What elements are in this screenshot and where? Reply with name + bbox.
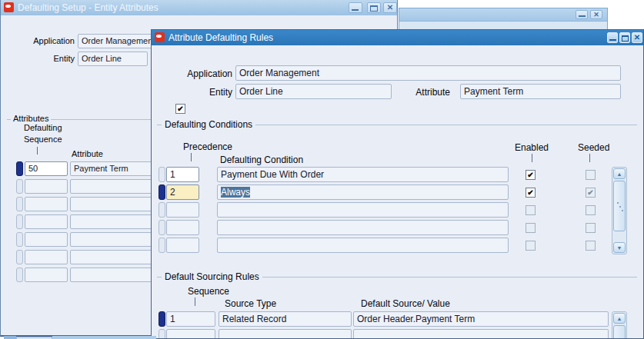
defaulting-condition-field[interactable] [217, 202, 509, 218]
sequence-header-line1: Defaulting [24, 123, 62, 132]
maximize-button[interactable] [619, 32, 630, 43]
enabled-checkbox[interactable] [526, 205, 536, 215]
titlebar-attribute-defaulting-rules[interactable]: Attribute Defaulting Rules ✕ [152, 30, 643, 45]
scroll-down-button[interactable]: ▼ [613, 242, 626, 253]
seeded-checkbox[interactable] [586, 241, 596, 251]
entity-field[interactable]: Order Line [78, 52, 148, 66]
oracle-logo-icon [4, 2, 14, 12]
seeded-header-tick [589, 154, 590, 162]
record-indicator[interactable] [158, 220, 165, 235]
defaulting-sequence-field[interactable] [25, 214, 68, 229]
defaulting-sequence-field[interactable] [25, 179, 68, 194]
sequence-field[interactable] [166, 329, 215, 339]
attribute-field[interactable] [70, 268, 158, 282]
defaulting-condition-field[interactable] [217, 238, 509, 253]
defaulting-condition-field[interactable] [217, 220, 509, 235]
close-icon: ✕ [634, 33, 640, 42]
attribute-field[interactable] [70, 214, 158, 229]
titlebar-defaulting-setup[interactable]: Defaulting Setup - Entity Attributes ✕ [1, 0, 397, 15]
scroll-up-button[interactable]: ▲ [613, 313, 626, 324]
precedence-field[interactable] [166, 202, 199, 218]
minimize-icon [352, 9, 359, 11]
oracle-logo-icon [155, 32, 165, 42]
minimize-button[interactable] [349, 2, 362, 13]
record-indicator[interactable] [158, 202, 165, 218]
attribute-field[interactable]: Payment Term [460, 84, 621, 99]
titlebar-background-window[interactable]: ✕ [399, 8, 607, 22]
precedence-field[interactable]: 2 [166, 184, 199, 200]
precedence-field[interactable] [166, 238, 199, 253]
record-indicator[interactable] [158, 167, 165, 182]
record-indicator[interactable] [16, 268, 23, 282]
enabled-checkbox[interactable]: ✔ [526, 170, 536, 180]
record-indicator[interactable] [16, 232, 23, 247]
close-button[interactable]: ✕ [383, 2, 397, 13]
record-indicator[interactable] [158, 238, 165, 253]
defaulting-sequence-field[interactable] [25, 232, 68, 247]
context-checkbox[interactable]: ✔ [175, 104, 185, 114]
scrollbar-thumb[interactable] [613, 181, 626, 231]
scroll-down-icon: ▼ [617, 245, 622, 251]
minimize-button[interactable] [576, 10, 588, 19]
default-source-value-field[interactable] [353, 329, 609, 339]
entity-field[interactable]: Order Line [235, 84, 392, 99]
attribute-field[interactable] [70, 179, 158, 194]
source-type-field[interactable]: Related Record [219, 311, 352, 327]
thumb-grip-icon [619, 206, 621, 208]
scroll-up-button[interactable]: ▲ [613, 168, 626, 179]
selected-text: Always [221, 187, 250, 198]
enabled-checkbox[interactable] [526, 241, 536, 251]
precedence-header: Precedence [183, 141, 232, 152]
seeded-checkbox[interactable] [586, 223, 596, 233]
application-field[interactable]: Order Management [235, 65, 621, 81]
defaulting-condition-field[interactable]: Always [217, 184, 509, 200]
maximize-button[interactable] [367, 2, 381, 13]
precedence-field[interactable]: 1 [166, 167, 199, 182]
seeded-checkbox[interactable]: ✔ [586, 188, 596, 198]
source-type-header: Source Type [225, 298, 276, 309]
source-type-field[interactable] [219, 329, 352, 339]
enabled-checkbox[interactable]: ✔ [526, 188, 536, 198]
close-button[interactable]: ✕ [590, 10, 602, 19]
record-indicator[interactable] [16, 179, 23, 194]
conditions-scrollbar[interactable]: ▲ ▼ [612, 167, 627, 254]
sourcing-scrollbar[interactable]: ▲ [612, 311, 627, 339]
default-source-value-field[interactable]: Order Header.Payment Term [353, 311, 609, 327]
attribute-field[interactable] [70, 232, 158, 247]
record-indicator[interactable] [158, 329, 165, 339]
maximize-icon [622, 35, 629, 42]
scroll-up-icon: ▲ [617, 171, 622, 177]
attribute-label: Attribute [404, 87, 450, 98]
minimize-icon [579, 15, 586, 17]
entity-label: Entity [5, 54, 75, 63]
dialog-title: Attribute Defaulting Rules [169, 32, 273, 43]
sequence-field[interactable]: 1 [166, 311, 215, 327]
defaulting-sequence-field[interactable] [25, 250, 68, 264]
defaulting-sequence-field[interactable]: 50 [25, 161, 68, 176]
close-button[interactable]: ✕ [632, 32, 642, 43]
defaulting-condition-field[interactable]: Payment Due With Order [217, 167, 509, 182]
minimize-button[interactable] [607, 32, 618, 43]
attribute-field[interactable] [70, 250, 158, 264]
record-indicator[interactable] [158, 311, 165, 327]
default-sourcing-rules-group-title: Default Sourcing Rules [162, 271, 262, 282]
defaulting-sequence-field[interactable] [25, 197, 68, 211]
attribute-field[interactable]: Payment Term [70, 161, 158, 176]
close-icon: ✕ [593, 11, 599, 18]
record-indicator[interactable] [16, 250, 23, 264]
record-indicator[interactable] [16, 214, 23, 229]
sequence-header: Sequence [188, 286, 229, 297]
enabled-header: Enabled [515, 142, 549, 153]
record-indicator[interactable] [16, 161, 23, 176]
scrollbar-thumb[interactable] [613, 325, 626, 339]
condition-header: Defaulting Condition [220, 155, 303, 165]
sequence-header-tick [195, 297, 195, 306]
attribute-field[interactable] [70, 197, 158, 211]
defaulting-sequence-field[interactable] [25, 268, 68, 282]
enabled-checkbox[interactable] [526, 223, 536, 233]
record-indicator[interactable] [158, 184, 165, 200]
seeded-checkbox[interactable] [586, 205, 596, 215]
seeded-checkbox[interactable] [586, 170, 596, 180]
record-indicator[interactable] [16, 197, 23, 211]
precedence-field[interactable] [166, 220, 199, 235]
